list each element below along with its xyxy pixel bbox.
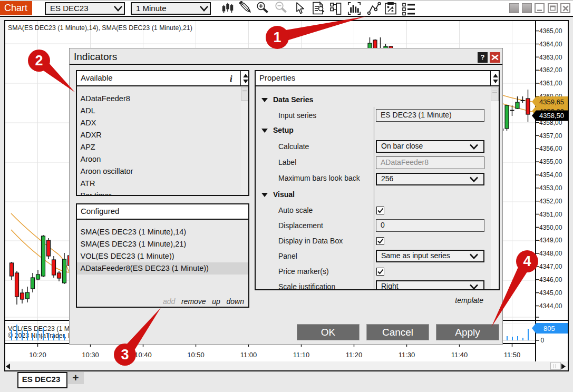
svg-text:3: 3: [121, 347, 129, 362]
svg-text:2: 2: [35, 53, 43, 68]
svg-text:1: 1: [273, 30, 281, 45]
svg-text:4: 4: [523, 253, 531, 269]
